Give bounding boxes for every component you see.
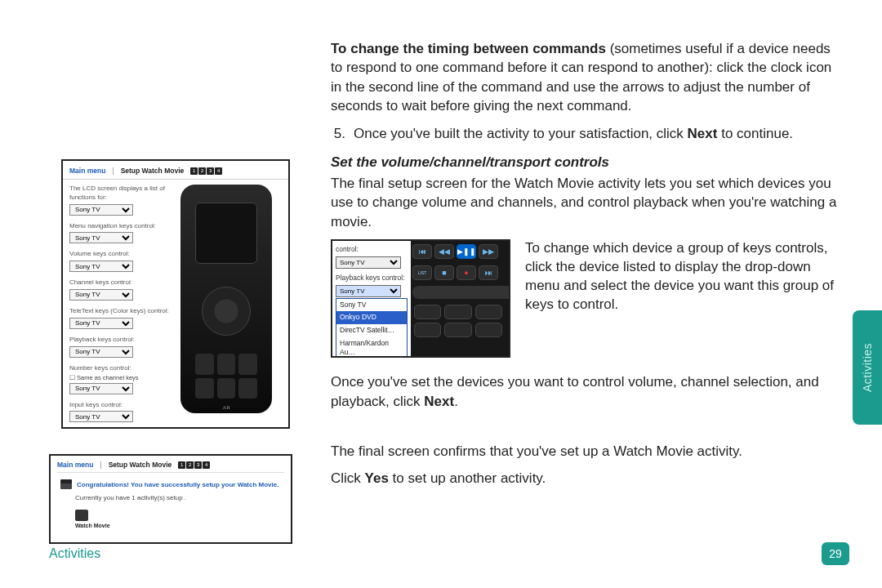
remote-buttons (195, 354, 257, 399)
volume-select[interactable]: Sony TV (69, 261, 133, 272)
transport-prev-icon: ⏮ (412, 244, 432, 259)
number-select[interactable]: Sony TV (69, 383, 133, 394)
playback-select-1[interactable]: Sony TV (69, 346, 133, 358)
main-menu-link[interactable]: Main menu (69, 167, 105, 175)
screenshot-setup: Main menu | Setup Watch Movie 1234 The L… (61, 159, 290, 429)
timing-paragraph: To change the timing between commands (s… (331, 39, 841, 116)
dropdown-pane: control: Sony TV Playback keys control: … (332, 241, 411, 356)
timing-bold: To change the timing between commands (331, 41, 606, 56)
page-number: 29 (822, 542, 849, 565)
section-p5: Click Yes to set up another activity. (331, 469, 841, 488)
page-footer: Activities 29 (49, 542, 849, 565)
transport-list-icon: LIST (412, 265, 432, 280)
remote-image: AR (180, 185, 272, 413)
manual-page: Activities To change the timing between … (0, 0, 882, 588)
side-tab-label: Activities (861, 343, 874, 392)
remote-bar (412, 286, 510, 299)
dropdown-option[interactable]: DirecTV Satellit… (336, 324, 407, 337)
clapboard-icon (60, 479, 72, 489)
remote-screen (195, 203, 257, 264)
confirmation-header: Main menu | Setup Watch Movie 1234 (57, 461, 284, 473)
screenshot-header: Main menu | Setup Watch Movie 1234 (63, 161, 288, 180)
control-select[interactable]: Sony TV (336, 256, 401, 269)
screenshot-dropdown: ⏮ ◀◀ ▶❚❚ ▶▶ LIST ■ ● ⏭ (331, 239, 510, 358)
transport-stop-icon: ■ (434, 265, 454, 280)
main-menu-link-2[interactable]: Main menu (57, 461, 93, 469)
section-p2: To change which device a group of keys c… (525, 239, 841, 314)
section-p1: The final setup screen for the Watch Mov… (331, 174, 841, 231)
activity-count: Currently you have 1 activity(s) setup . (75, 494, 284, 501)
breadcrumb: Setup Watch Movie (109, 461, 172, 469)
row-dropdown-detail: ⏮ ◀◀ ▶❚❚ ▶▶ LIST ■ ● ⏭ (331, 239, 841, 358)
playback-select[interactable]: Sony TV (336, 285, 401, 297)
section-p3: Once you've set the devices you want to … (331, 372, 841, 411)
teletext-select[interactable]: Sony TV (69, 318, 133, 329)
screenshot-confirmation: Main menu | Setup Watch Movie 1234 Congr… (49, 454, 292, 544)
dropdown-option[interactable]: Harman/Kardon Au… (336, 337, 407, 358)
dropdown-option-selected[interactable]: Onkyo DVD (336, 311, 407, 324)
footer-section: Activities (49, 546, 100, 561)
menu-select[interactable]: Sony TV (69, 232, 133, 243)
transport-play-icon: ▶❚❚ (457, 244, 476, 259)
subsection-heading: Set the volume/channel/transport control… (331, 153, 841, 172)
dropdown-option[interactable]: Sony TV (336, 299, 407, 312)
remote-wheel (202, 287, 251, 336)
transport-next-icon: ⏭ (479, 265, 498, 280)
clapboard-icon (75, 510, 88, 521)
remote-keypad (408, 301, 509, 341)
same-as-channel-checkbox[interactable]: ☐ Same as channel keys (69, 374, 176, 382)
step-5-text: Once you've built the activity to your s… (354, 124, 793, 143)
side-tab-activities: Activities (853, 310, 882, 425)
section-p4: The final screen confirms that you've se… (331, 442, 841, 461)
transport-rec-icon: ● (457, 265, 476, 280)
remote-logo: AR (222, 404, 230, 411)
breadcrumb: Setup Watch Movie (121, 167, 185, 175)
transport-rew-icon: ◀◀ (434, 244, 454, 259)
transport-ff-icon: ▶▶ (479, 244, 498, 259)
body-text: To change the timing between commands (s… (331, 39, 841, 497)
remote-zoom: ⏮ ◀◀ ▶❚❚ ▶▶ LIST ■ ● ⏭ (408, 241, 509, 356)
input-select[interactable]: Sony TV (69, 411, 133, 422)
channel-select[interactable]: Sony TV (69, 289, 133, 301)
step-5-number: 5. (331, 124, 354, 143)
step-indicator: 1234 (190, 167, 222, 175)
dropdown-open[interactable]: Sony TV Onkyo DVD DirecTV Satellit… Harm… (336, 298, 408, 359)
step-indicator: 1234 (178, 461, 210, 469)
step-5: 5. Once you've built the activity to you… (331, 124, 841, 143)
congrats-message: Congratulations! You have successfully s… (60, 479, 284, 489)
lcd-select[interactable]: Sony TV (69, 204, 133, 216)
activity-item[interactable]: Watch Movie (75, 510, 284, 528)
setup-form: The LCD screen displays a list of functi… (69, 185, 176, 429)
